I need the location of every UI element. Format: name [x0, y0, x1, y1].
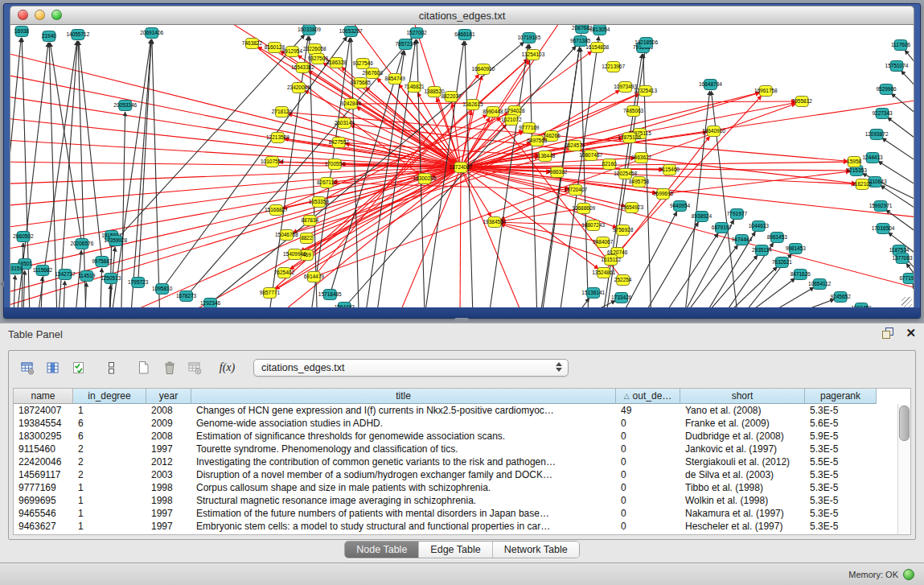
graph-node[interactable]: 16033809: [298, 25, 321, 35]
float-panel-icon[interactable]: [881, 327, 894, 340]
table-cell-name[interactable]: 9115460: [14, 443, 73, 455]
graph-node[interactable]: 9440954: [670, 201, 691, 212]
graph-node[interactable]: 9115460: [659, 165, 680, 175]
table-cell-name[interactable]: 9777169: [14, 481, 73, 494]
graph-node[interactable]: 1700554: [325, 159, 346, 170]
table-cell-short[interactable]: Tibbo et al. (1998): [680, 481, 805, 494]
graph-node[interactable]: 16938: [14, 27, 29, 37]
graph-node[interactable]: 62160: [602, 159, 617, 170]
table-cell-year[interactable]: 1997: [146, 443, 191, 455]
graph-node[interactable]: 1244413: [862, 153, 883, 163]
graph-node[interactable]: 9975887: [92, 257, 113, 267]
graph-node[interactable]: 9245652: [831, 292, 852, 303]
table-cell-name[interactable]: 9465546: [14, 507, 73, 520]
graph-node[interactable]: 16648784: [699, 80, 722, 90]
scrollbar-thumb[interactable]: [899, 406, 910, 441]
column-header-short[interactable]: short: [680, 389, 805, 404]
graph-node[interactable]: 15958: [847, 157, 861, 167]
table-cell-in-degree[interactable]: 2: [73, 468, 146, 481]
graph-node[interactable]: 9484067: [593, 237, 614, 248]
graph-node[interactable]: 10654112: [808, 279, 832, 290]
splitter-handle[interactable]: [454, 318, 469, 322]
graph-node[interactable]: 19654923: [620, 203, 643, 213]
column-checks-icon[interactable]: [68, 357, 90, 378]
table-row[interactable]: 1830029562008Estimation of significance …: [14, 430, 910, 443]
graph-node[interactable]: 6466161: [454, 30, 475, 40]
graph-node[interactable]: 1795723: [128, 278, 149, 288]
table-cell-name[interactable]: 14569117: [14, 468, 73, 481]
table-cell-pagerank[interactable]: 5.3E-5: [805, 468, 877, 481]
graph-node[interactable]: 887834: [302, 216, 319, 226]
sidebar-collapse-arrow-icon[interactable]: [0, 281, 4, 287]
graph-node[interactable]: 7955812: [792, 97, 813, 107]
graph-node[interactable]: 8471626: [791, 270, 811, 280]
table-row[interactable]: 946362711997Embryonic stem cells: a mode…: [14, 520, 910, 533]
graph-node[interactable]: 9981453: [786, 244, 807, 254]
graph-node[interactable]: 7791977: [727, 209, 748, 220]
column-header-in-degree[interactable]: in_degree: [73, 389, 146, 404]
graph-node[interactable]: 18640910: [702, 126, 725, 137]
table-row[interactable]: 946554611997Estimation of the future num…: [14, 507, 910, 520]
table-cell-out-de-[interactable]: 0: [616, 443, 680, 455]
network-canvas[interactable]: 1872400716938219401405571220691406160338…: [10, 25, 914, 310]
table-cell-title[interactable]: Genome-wide association studies in ADHD.: [191, 417, 616, 430]
table-row[interactable]: 1456911722003Disruption of a novel membe…: [14, 468, 910, 481]
graph-node[interactable]: 1117606: [891, 40, 911, 51]
table-cell-in-degree[interactable]: 1: [73, 520, 146, 533]
graph-node[interactable]: 9242848: [341, 99, 362, 109]
table-cell-name[interactable]: 9699695: [14, 494, 73, 507]
graph-node[interactable]: 14055712: [66, 30, 89, 40]
graph-node[interactable]: 1044613: [749, 221, 770, 232]
graph-node[interactable]: 21940: [42, 31, 56, 42]
graph-node[interactable]: 9529966: [876, 84, 897, 95]
table-cell-pagerank[interactable]: 5.3E-5: [805, 443, 877, 455]
graph-node[interactable]: 8495758: [629, 177, 650, 187]
column-header-pagerank[interactable]: pagerank: [805, 389, 877, 404]
graph-node[interactable]: 1250513: [101, 274, 121, 284]
table-cell-short[interactable]: Wolkin et al. (1998): [680, 494, 805, 507]
table-cell-in-degree[interactable]: 2: [73, 443, 146, 455]
table-cell-title[interactable]: Structural magnetic resonance image aver…: [191, 494, 616, 507]
column-header-name[interactable]: name: [14, 389, 73, 404]
graph-node[interactable]: 7485063: [623, 106, 644, 117]
graph-node[interactable]: 7625402: [274, 268, 295, 278]
table-cell-pagerank[interactable]: 5.6E-5: [805, 417, 877, 430]
table-cell-out-de-[interactable]: 0: [616, 455, 680, 468]
memory-indicator[interactable]: [903, 569, 914, 580]
table-options-icon[interactable]: [17, 357, 39, 378]
table-cell-out-de-[interactable]: 0: [616, 430, 680, 443]
graph-node[interactable]: 7632621: [772, 257, 793, 268]
table-row[interactable]: 977716911998Corpus callosum shape and si…: [14, 481, 910, 494]
table-cell-short[interactable]: de Silva et al. (2003): [680, 468, 805, 481]
table-cell-name[interactable]: 19384554: [14, 417, 73, 430]
table-cell-title[interactable]: Tourette syndrome. Phenomenology and cla…: [191, 443, 616, 455]
table-row[interactable]: 1938455462009Genome-wide association stu…: [14, 417, 910, 430]
graph-node[interactable]: 9327546: [353, 59, 374, 69]
table-cell-name[interactable]: 22420046: [14, 455, 73, 468]
graph-node[interactable]: 9327508: [308, 54, 329, 64]
close-panel-icon[interactable]: ✕: [906, 328, 916, 339]
graph-node[interactable]: 9756928: [613, 225, 634, 236]
table-cell-short[interactable]: Yano et al. (2008): [680, 404, 805, 417]
table-cell-year[interactable]: 1998: [146, 494, 191, 507]
window-titlebar[interactable]: citations_edges.txt: [10, 6, 914, 25]
graph-node[interactable]: 6879197: [712, 223, 733, 233]
show-columns-icon[interactable]: [43, 357, 64, 378]
resize-grip-icon[interactable]: [901, 297, 912, 307]
graph-node[interactable]: 8813054: [589, 25, 610, 35]
graph-node[interactable]: 15166827: [265, 205, 288, 216]
graph-node[interactable]: 10653287: [339, 27, 363, 37]
graph-node[interactable]: 15992971: [869, 201, 893, 212]
table-cell-in-degree[interactable]: 1: [73, 507, 146, 520]
table-cell-in-degree[interactable]: 1: [73, 481, 146, 494]
table-cell-pagerank[interactable]: 5.9E-5: [805, 430, 877, 443]
graph-node[interactable]: 1615112: [601, 255, 621, 266]
table-row[interactable]: 969969511998Structural magnetic resonanc…: [14, 494, 910, 507]
table-cell-title[interactable]: Disruption of a novel member of a sodium…: [191, 468, 616, 481]
graph-node[interactable]: 9857771: [260, 288, 281, 299]
table-cell-title[interactable]: Estimation of the future numbers of pati…: [191, 507, 616, 520]
graph-node[interactable]: 20691406: [140, 28, 163, 39]
minimize-window-icon[interactable]: [35, 10, 45, 20]
table-selector-dropdown[interactable]: citations_edges.txt: [253, 359, 569, 377]
graph-node[interactable]: 23226058: [303, 44, 326, 55]
